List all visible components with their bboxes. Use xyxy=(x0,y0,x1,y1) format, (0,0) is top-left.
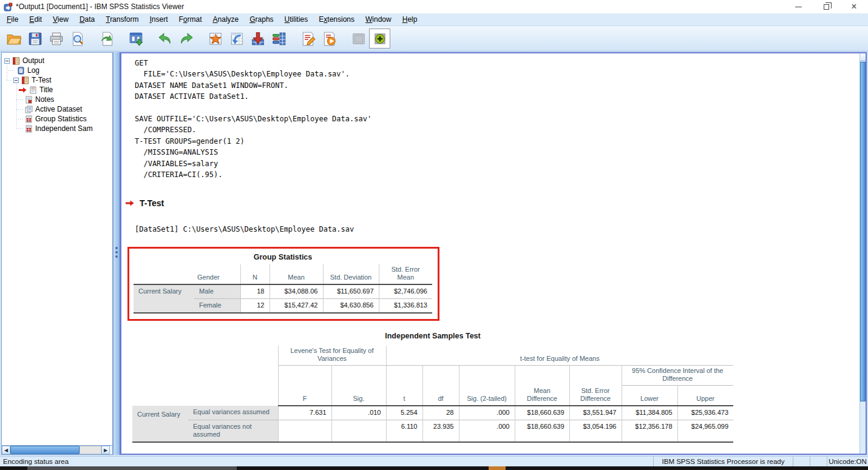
table-row: Current Salary Male 18 $34,088.06 $11,65… xyxy=(134,284,432,299)
menu-file[interactable]: File xyxy=(1,14,24,25)
toolbar xyxy=(0,26,868,52)
outline-item-title[interactable]: Title xyxy=(19,85,53,95)
close-button[interactable]: × xyxy=(840,0,868,13)
independent-samples-table[interactable]: Levene's Test for Equality of Variances … xyxy=(132,346,733,443)
outline-item-label: T-Test xyxy=(32,76,52,84)
save-icon xyxy=(27,31,43,47)
print-button[interactable] xyxy=(46,29,67,49)
syntax-line: FILE='C:\Users\ASUS\Desktop\Employee Dat… xyxy=(135,69,371,79)
save-button[interactable] xyxy=(24,29,46,49)
activate-selection-button[interactable] xyxy=(369,29,390,49)
export-button[interactable] xyxy=(96,29,117,49)
goto-case-button[interactable] xyxy=(226,29,247,49)
undo-icon xyxy=(157,31,173,47)
menu-format[interactable]: Format xyxy=(174,14,208,25)
cell-df: 28 xyxy=(422,406,459,420)
group-statistics-selection[interactable]: Group Statistics Gender N Mean xyxy=(127,247,439,321)
status-cell-empty xyxy=(793,457,810,466)
outline-item-log[interactable]: Log xyxy=(17,65,39,75)
outline-item-ttest[interactable]: T-Test xyxy=(13,75,52,85)
designate-window-icon xyxy=(351,31,367,47)
variables-button[interactable] xyxy=(268,29,290,49)
col-header-mean: Mean xyxy=(270,264,323,284)
scroll-left-arrow-icon[interactable]: ◀ xyxy=(2,446,10,454)
cell-upper: $24,965.099 xyxy=(677,420,733,442)
collapse-expander-icon[interactable] xyxy=(4,58,10,64)
scroll-right-arrow-icon[interactable]: ▶ xyxy=(101,446,110,454)
cell-df: 23.935 xyxy=(422,420,459,442)
syntax-line xyxy=(135,102,371,113)
ttest-book-icon xyxy=(21,76,29,84)
goto-data-icon xyxy=(208,31,223,47)
recall-dialogs-button[interactable] xyxy=(125,29,146,49)
outline-item-label: Independent Sam xyxy=(35,124,93,133)
menu-analyze[interactable]: Analyze xyxy=(208,14,245,25)
independent-samples-block[interactable]: Independent Samples Test Levene's Test f… xyxy=(132,332,733,443)
outline-pane: Output Log xyxy=(1,52,113,455)
current-item-arrow-icon xyxy=(19,87,27,93)
scrollbar-thumb[interactable] xyxy=(860,62,866,401)
run-script-button[interactable] xyxy=(319,29,340,49)
goto-data-button[interactable] xyxy=(205,29,226,49)
title-icon xyxy=(29,86,37,94)
main-area: Output Log xyxy=(0,52,868,456)
menu-window[interactable]: Window xyxy=(360,14,397,25)
goto-variable-button[interactable] xyxy=(247,29,268,49)
outline-item-output[interactable]: Output xyxy=(4,56,44,65)
menu-transform[interactable]: Transform xyxy=(100,14,144,25)
redo-button[interactable] xyxy=(175,29,197,49)
restore-button[interactable] xyxy=(812,0,840,13)
outline-item-notes[interactable]: Notes xyxy=(25,95,54,104)
minimize-button[interactable] xyxy=(784,0,812,13)
syntax-line: DATASET NAME DataSet1 WINDOW=FRONT. xyxy=(135,80,371,91)
goto-case-icon xyxy=(229,31,245,47)
row-stub-assumption: Equal variances not assumed xyxy=(188,420,278,442)
scrollbar-thumb[interactable] xyxy=(10,446,80,454)
menu-view[interactable]: View xyxy=(47,14,74,25)
print-icon xyxy=(49,31,64,47)
syntax-log-block[interactable]: GET FILE='C:\Users\ASUS\Desktop\Employee… xyxy=(135,58,371,180)
print-preview-button[interactable] xyxy=(67,29,88,49)
content-vertical-scrollbar[interactable] xyxy=(860,53,866,454)
ttest-heading-row: T-Test xyxy=(126,198,164,208)
table-output-icon xyxy=(25,125,33,133)
status-processor: IBM SPSS Statistics Processor is ready xyxy=(653,457,793,466)
menu-extensions[interactable]: Extensions xyxy=(313,14,360,25)
menu-insert[interactable]: Insert xyxy=(144,14,173,25)
edit-output-button[interactable] xyxy=(297,29,319,49)
export-icon xyxy=(99,31,115,47)
menu-graphs[interactable]: Graphs xyxy=(244,14,279,25)
group-statistics-table[interactable]: Gender N Mean Std. Deviation Std. Error … xyxy=(134,264,432,314)
cell-se-diff: $3,054.196 xyxy=(569,420,622,442)
menu-edit[interactable]: Edit xyxy=(24,14,47,25)
designate-window-button[interactable] xyxy=(348,29,369,49)
outline-item-label: Group Statistics xyxy=(35,115,87,123)
outline-horizontal-scrollbar[interactable]: ◀ ▶ xyxy=(2,445,112,454)
menu-data[interactable]: Data xyxy=(74,14,100,25)
edit-output-icon xyxy=(300,31,316,47)
cell-t: 5.254 xyxy=(386,406,422,420)
col-header-sig: Sig. xyxy=(331,386,386,406)
collapse-expander-icon[interactable] xyxy=(13,78,19,83)
scroll-up-arrow-icon[interactable] xyxy=(860,53,866,61)
outline-item-label: Active Dataset xyxy=(35,105,82,113)
syntax-line: /CRITERIA=CI(.95). xyxy=(135,169,371,180)
outline-item-group-statistics[interactable]: Group Statistics xyxy=(25,114,87,124)
menu-utilities[interactable]: Utilities xyxy=(279,14,314,25)
undo-button[interactable] xyxy=(154,29,175,49)
print-preview-icon xyxy=(70,31,86,47)
scrollbar-track[interactable] xyxy=(80,446,101,454)
spanner-ttest: t-test for Equality of Means xyxy=(386,346,733,366)
close-icon: × xyxy=(851,2,856,12)
outline-item-active-dataset[interactable]: Active Dataset xyxy=(25,104,82,114)
dataset-path-line[interactable]: [DataSet1] C:\Users\ASUS\Desktop\Employe… xyxy=(135,225,354,233)
row-stub-variable: Current Salary xyxy=(132,406,188,442)
outline-item-label: Log xyxy=(27,66,39,75)
menu-help[interactable]: Help xyxy=(397,14,423,25)
cell-lower: $12,356.178 xyxy=(622,420,677,442)
ttest-heading[interactable]: T-Test xyxy=(140,198,164,208)
col-header-sig2: Sig. (2-tailed) xyxy=(459,386,515,406)
pane-splitter[interactable] xyxy=(113,52,120,455)
open-button[interactable] xyxy=(3,29,24,49)
outline-item-independent-samples[interactable]: Independent Sam xyxy=(25,124,93,133)
